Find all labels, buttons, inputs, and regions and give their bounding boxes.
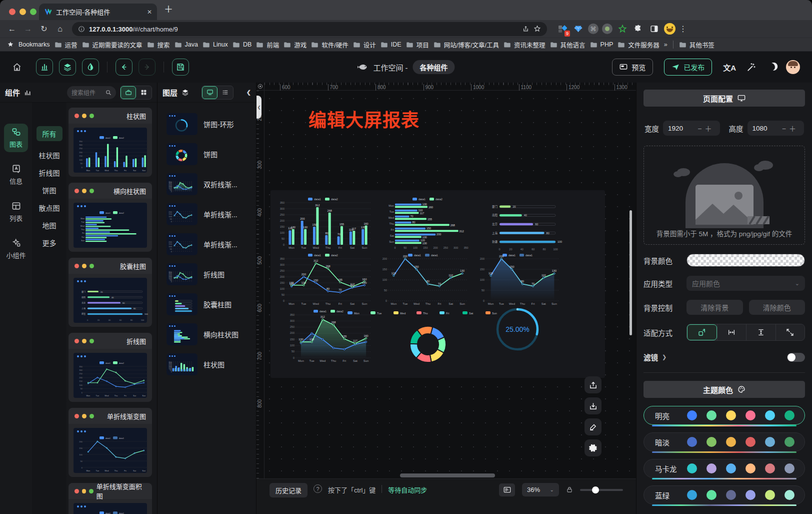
bookmark-folder[interactable]: 其他语言 [550, 40, 586, 50]
reading-mode-icon[interactable] [648, 23, 660, 35]
help-icon[interactable]: ? [314, 484, 322, 493]
component-card[interactable]: 单折线渐变图 data1data1050100150200MonTueWedTh… [68, 408, 152, 477]
user-avatar[interactable] [786, 60, 800, 74]
theme-color-dot[interactable] [706, 437, 716, 447]
canvas-gradline-chart[interactable]: data1data1050100150200MonTueWedThuFriSat… [380, 252, 470, 305]
theme-color-dot[interactable] [687, 437, 697, 447]
translate-icon[interactable]: 文A [723, 62, 736, 73]
theme-color-dot[interactable] [726, 437, 736, 447]
layer-item[interactable]: 050100150200 单折线渐... [166, 203, 249, 226]
width-stepper[interactable]: 1920−＋ [663, 121, 720, 136]
site-info-icon[interactable] [78, 26, 85, 33]
export-button[interactable] [584, 376, 602, 393]
theme-row-蓝绿[interactable]: 蓝绿 [644, 485, 805, 504]
download-button[interactable] [584, 397, 602, 414]
theme-color-dot[interactable] [687, 463, 697, 473]
category-item[interactable]: 更多 [42, 234, 56, 251]
theme-color-dot[interactable] [726, 490, 736, 500]
star-extension-icon[interactable] [616, 23, 628, 35]
canvas-capsule-chart[interactable]: 厦门20南阳40北京60上海80新疆100020406080100 [488, 198, 564, 251]
layer-item[interactable]: 胶囊柱图 [166, 293, 249, 316]
settings-gear-icon[interactable] [584, 439, 602, 456]
grid-view-toggle[interactable] [136, 86, 152, 99]
layer-item[interactable]: 横向柱状图 [166, 323, 249, 346]
background-upload-area[interactable]: 背景图需小于 5M ，格式为 png/jpg/gif 的文件 [644, 146, 805, 245]
layer-item[interactable]: 050100150200250300350 双折线渐... [166, 173, 249, 196]
rail-tab-0[interactable]: 图表 [4, 124, 28, 152]
bookmark-folder[interactable]: 游戏 [284, 40, 306, 50]
window-controls[interactable] [9, 9, 36, 15]
url-bar[interactable]: 127.0.0.1:3000/#/chart/home/9 [72, 22, 547, 36]
zoom-slider-knob[interactable] [592, 486, 599, 493]
details-toggle-button[interactable] [82, 59, 99, 76]
command-extension-icon[interactable]: ⌘ [588, 24, 598, 34]
chevron-right-icon[interactable]: ❯ [662, 354, 666, 360]
dashboard-panel[interactable]: data1data2050100150200250300350MonTueWed… [270, 190, 605, 378]
component-card[interactable]: 单折线渐变面积图 data1data1050100150200MonTueWed… [68, 483, 152, 514]
theme-color-dot[interactable] [765, 410, 775, 420]
layers-toggle-button[interactable] [59, 59, 76, 76]
theme-color-dot[interactable] [746, 437, 756, 447]
forward-icon[interactable]: → [21, 22, 35, 36]
home-icon[interactable]: ⌂ [53, 22, 67, 36]
canvas-gauge-chart[interactable]: 25.00% [492, 304, 542, 354]
bookmark-folder[interactable]: 前端 [256, 40, 279, 50]
rail-tab-1[interactable]: 信息 [4, 161, 28, 189]
panel-collapse-handle[interactable]: ❮ [256, 96, 262, 119]
canvas-line-chart[interactable]: data1data2050100150200250300350MonTueWed… [278, 252, 372, 305]
category-item[interactable]: 散点图 [39, 199, 60, 216]
bookmark-folder[interactable]: Java [174, 41, 198, 48]
puzzle-extension-icon[interactable] [632, 23, 644, 35]
lock-icon[interactable] [566, 486, 573, 493]
undo-button[interactable] [116, 59, 132, 76]
rail-tab-2[interactable]: 列表 [4, 198, 28, 226]
bookmarks-star-icon[interactable] [7, 41, 14, 48]
theme-color-dot[interactable] [765, 437, 775, 447]
list-view-toggle[interactable] [218, 86, 233, 99]
bookmark-folder[interactable]: 项目 [406, 40, 429, 50]
component-card[interactable]: 折线图 data1data2050100150200250300350MonTu… [68, 333, 152, 402]
bookmark-folder[interactable]: 网站/博客/文章/工具 [434, 40, 499, 50]
stepper-buttons[interactable]: −＋ [698, 123, 714, 133]
bookmark-folder[interactable]: 软件/硬件 [311, 40, 348, 50]
category-item[interactable]: 饼图 [42, 181, 56, 199]
theme-color-dot[interactable] [784, 410, 794, 420]
height-stepper[interactable]: 1080−＋ [748, 121, 804, 136]
profile-avatar[interactable] [664, 23, 676, 35]
canvas-title-text[interactable]: 编辑大屏报表 [308, 106, 420, 132]
theme-color-dot[interactable] [706, 410, 716, 420]
fit-scale-button[interactable] [687, 324, 717, 340]
theme-color-dot[interactable] [746, 463, 756, 473]
magic-wand-icon[interactable] [747, 63, 756, 72]
clear-background-button[interactable]: 清除背景 [686, 300, 743, 315]
bookmark-star-icon[interactable] [534, 25, 541, 33]
tab-close-icon[interactable]: ✕ [147, 9, 152, 16]
other-bookmarks-folder[interactable]: 其他书签 [679, 40, 714, 50]
theme-color-dot[interactable] [765, 463, 775, 473]
components-toggle-button[interactable] [36, 59, 53, 76]
theme-color-dot[interactable] [746, 490, 756, 500]
canvas-vertical-scrollbar[interactable] [630, 210, 632, 335]
extension-icon[interactable]: 9 [556, 23, 568, 35]
bookmark-folder[interactable]: 设计 [353, 40, 376, 50]
page-config-header[interactable]: 页面配置 [644, 90, 805, 107]
bg-color-swatch[interactable] [686, 254, 805, 267]
stepper-buttons[interactable]: −＋ [782, 123, 799, 133]
collapse-panel-icon[interactable]: ❮ [246, 89, 251, 96]
bookmark-folder[interactable]: 资讯未整理 [504, 40, 546, 50]
zoom-slider[interactable] [580, 489, 623, 491]
layer-item[interactable]: 050100150200250300350 柱状图 [166, 353, 249, 376]
close-window-button[interactable] [9, 9, 16, 15]
bookmark-folder[interactable]: Linux [202, 41, 228, 48]
component-card[interactable]: 胶囊柱图 厦门20南阳40北京60上海80新疆100020406080100 [68, 258, 152, 327]
fit-stretch-button[interactable] [776, 324, 805, 340]
category-item[interactable]: 柱状图 [39, 146, 60, 164]
maximize-window-button[interactable] [30, 9, 36, 15]
reload-icon[interactable]: ↻ [37, 22, 51, 36]
shortcut-panel-button[interactable] [499, 483, 515, 496]
bookmark-folder[interactable]: 文件服务器 [618, 40, 660, 50]
redo-button[interactable] [138, 59, 156, 76]
bookmarks-label[interactable]: Bookmarks [18, 41, 50, 48]
gem-extension-icon[interactable] [572, 23, 584, 35]
canvas-gradarea-chart[interactable]: data1data1050100150200MonTueWedThuFriSat… [478, 252, 562, 305]
